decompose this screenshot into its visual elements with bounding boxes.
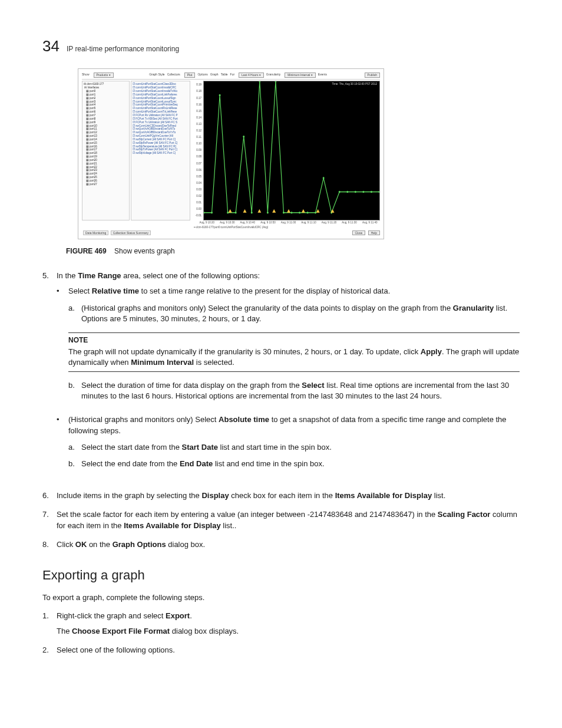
svg-point-19 (355, 191, 356, 193)
page-number: 34 (42, 35, 59, 57)
tab-collection-status[interactable]: Collection Status Summary (111, 230, 151, 235)
export-step-1: 1. Right-click the graph and select Expo… (42, 611, 520, 637)
svg-marker-24 (243, 209, 247, 213)
note-label: NOTE (68, 335, 520, 345)
close-button[interactable]: Close (352, 230, 366, 235)
chart-legend: ━ dcm-6160-177/port0:connUnitPortStatCou… (82, 226, 380, 229)
help-button[interactable]: Help (368, 230, 380, 235)
svg-point-3 (227, 212, 229, 214)
products-dropdown[interactable]: Products ▾ (94, 73, 114, 78)
svg-point-4 (235, 212, 237, 214)
svg-point-5 (243, 136, 244, 138)
step-5: 5. In the Time Range area, select one of… (42, 271, 520, 482)
step-6: 6. Include items in the graph by selecti… (42, 490, 520, 501)
note-block: NOTE The graph will not update dynamical… (68, 332, 520, 372)
svg-point-6 (251, 212, 253, 214)
step5-b2b: b. Select the end date from the End Date… (68, 459, 520, 469)
svg-point-14 (315, 212, 316, 214)
step5-a: a. (Historical graphs and monitors only)… (68, 303, 520, 324)
step5-b: b. Select the duration of time for data … (68, 380, 520, 401)
svg-marker-25 (257, 209, 261, 213)
svg-point-18 (346, 191, 348, 193)
table-radio[interactable]: Table (221, 73, 228, 78)
plot-button[interactable]: Plot (184, 73, 196, 78)
x-axis-labels: Aug, 9 10:20Aug, 9 10:30Aug, 9 10:40Aug,… (197, 221, 380, 225)
svg-point-22 (379, 191, 379, 193)
embedded-screenshot: Show Products ▾ Graph Style Collectors P… (78, 68, 384, 239)
tab-data-monitoring[interactable]: Data Monitoring (83, 230, 108, 235)
for-label: For (230, 73, 235, 78)
svg-point-17 (339, 191, 340, 193)
events-checkbox[interactable]: Events (318, 73, 327, 78)
collector-list[interactable]: ☑ connUnitPortStatCountClass3Disc☑ connU… (131, 81, 190, 220)
export-procedure: 1. Right-click the graph and select Expo… (42, 611, 520, 656)
svg-point-13 (307, 212, 309, 214)
svg-marker-23 (229, 209, 232, 213)
header-title: IP real-time performance monitoring (67, 44, 179, 54)
collectors-label: Collectors (167, 73, 180, 78)
y-axis-labels: 0.190.180.170.160.150.140.130.120.110.10… (191, 81, 202, 220)
figure-caption-text: Show events graph (114, 247, 175, 255)
export-step-2: 2. Select one of the following options. (42, 645, 520, 655)
svg-marker-27 (287, 209, 290, 213)
svg-point-0 (204, 212, 204, 214)
procedure-list: 5. In the Time Range area, select one of… (42, 271, 520, 550)
svg-point-11 (291, 212, 293, 214)
publish-button[interactable]: Publish (365, 73, 380, 78)
svg-point-10 (283, 212, 285, 214)
granularity-dropdown[interactable]: Minimum Interval ▾ (285, 73, 315, 78)
graph-radio[interactable]: Graph (210, 73, 219, 78)
svg-point-2 (219, 94, 221, 97)
svg-point-15 (323, 177, 325, 180)
svg-point-9 (275, 81, 276, 83)
fig-toolbar: Show Products ▾ Graph Style Collectors P… (82, 73, 380, 80)
svg-marker-28 (302, 209, 305, 213)
svg-point-21 (371, 191, 372, 193)
device-tree[interactable]: ⊟ dcm-6160-177 ⊟ Interfaces ▦ port0 ▦ po… (82, 81, 130, 220)
svg-point-20 (362, 191, 364, 193)
page-header: 34 IP real-time performance monitoring (42, 35, 520, 57)
exporting-heading: Exporting a graph (42, 566, 520, 585)
granularity-label: Granularity (266, 73, 280, 78)
graph-style-label: Graph Style (149, 73, 164, 78)
options-label: Options (197, 73, 207, 78)
step-8: 8. Click OK on the Graph Options dialog … (42, 539, 520, 550)
exporting-intro: To export a graph, complete the followin… (42, 592, 520, 603)
step5-bullet1: • Select Relative time to set a time ran… (57, 286, 520, 407)
svg-point-8 (267, 212, 269, 214)
svg-point-7 (259, 81, 260, 83)
figure-caption: FIGURE 469 Show events graph (66, 246, 520, 256)
svg-point-12 (299, 212, 300, 214)
svg-point-1 (211, 212, 213, 214)
svg-marker-26 (272, 209, 276, 213)
range-dropdown[interactable]: Last 4 Hours ▾ (239, 73, 264, 78)
step-7: 7. Set the scale factor for each item by… (42, 509, 520, 531)
step5-bullet2: • (Historical graphs and monitors only) … (57, 414, 520, 475)
step5-b2a: a. Select the start date from the Start … (68, 442, 520, 453)
figure-label: FIGURE 469 (66, 247, 107, 255)
svg-marker-29 (316, 209, 320, 213)
chart-canvas[interactable]: Time: Thu, Aug 30 10:02:00 PST 2012 (203, 81, 380, 220)
show-label: Show (82, 73, 90, 78)
